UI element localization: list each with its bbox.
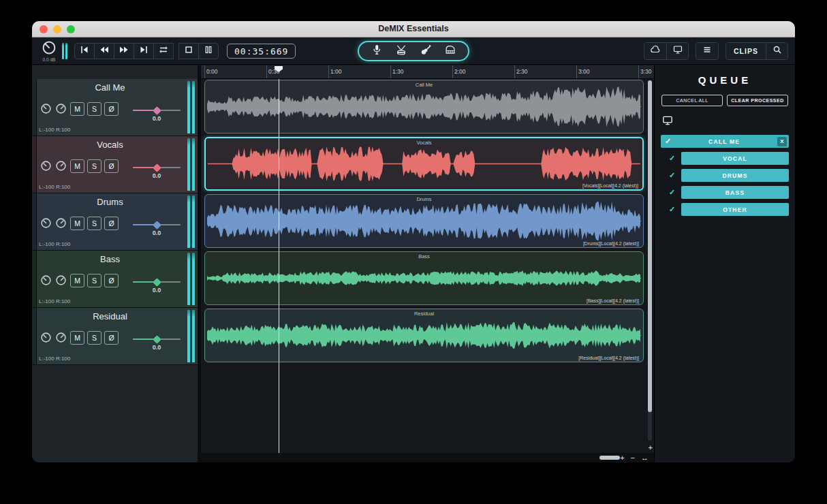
phase-invert-button[interactable]: Ø <box>104 331 119 345</box>
pan-knob[interactable] <box>55 332 67 343</box>
vertical-scrollbar-thumb[interactable] <box>648 80 652 412</box>
volume-slider-thumb[interactable] <box>153 106 161 115</box>
track-header-call-me[interactable]: Call MeMSØ0.0L:-100 R:100 <box>32 79 198 136</box>
queue-item-other: ✓OTHER <box>661 203 789 216</box>
volume-slider[interactable] <box>133 336 181 343</box>
solo-button[interactable]: S <box>87 217 102 230</box>
volume-slider-thumb[interactable] <box>153 163 161 172</box>
queue-item-vocal: ✓VOCAL <box>661 152 789 165</box>
queue-item-call-me[interactable]: ✓CALL MEX <box>661 135 789 148</box>
volume-slider[interactable] <box>133 279 181 285</box>
gain-knob[interactable] <box>40 160 52 172</box>
volume-slider[interactable] <box>133 221 181 228</box>
solo-button[interactable]: S <box>87 274 102 287</box>
phase-invert-button[interactable]: Ø <box>104 159 119 173</box>
gain-knob[interactable] <box>40 274 52 286</box>
pan-range-label: L:-100 R:100 <box>39 127 70 133</box>
search-button[interactable] <box>766 43 787 59</box>
clip-vocals[interactable]: Vocals[Vocals][Local][4.2 (latest)] <box>204 137 644 191</box>
mute-button[interactable]: M <box>70 159 84 173</box>
gain-knob[interactable] <box>40 217 52 229</box>
guitar-stem-button[interactable] <box>416 43 436 59</box>
clip-drums[interactable]: Drums[Drums][Local][4.2 (latest)] <box>204 194 644 248</box>
rewind-button[interactable] <box>94 43 114 59</box>
track-header-residual[interactable]: ResidualMSØ0.0L:-100 R:100 <box>32 308 198 365</box>
zoom-out-button[interactable]: − <box>631 454 635 462</box>
playhead-line[interactable] <box>279 79 279 453</box>
pan-knob[interactable] <box>55 103 67 114</box>
loop-button[interactable] <box>153 43 174 59</box>
pan-knob[interactable] <box>55 274 67 286</box>
track-header-vocals[interactable]: VocalsMSØ0.0L:-100 R:100 <box>32 136 198 193</box>
clip-call-me[interactable]: Call Me <box>204 80 644 133</box>
queue-item-button[interactable]: OTHER <box>681 203 789 216</box>
ruler-tick-label: 2:00 <box>454 68 466 75</box>
display-button[interactable] <box>666 43 688 59</box>
pan-range-label: L:-100 R:100 <box>39 298 70 304</box>
volume-slider[interactable] <box>133 107 181 114</box>
gain-knob[interactable] <box>40 332 52 343</box>
vertical-scrollbar[interactable] <box>648 80 652 441</box>
phase-invert-button[interactable]: Ø <box>104 274 119 287</box>
solo-button[interactable]: S <box>87 102 102 116</box>
volume-slider-thumb[interactable] <box>153 278 161 287</box>
fast-forward-button[interactable] <box>114 43 134 59</box>
check-icon: ✓ <box>665 137 671 146</box>
level-meter <box>187 195 195 248</box>
titlebar: DeMIX Essentials <box>32 21 795 37</box>
pan-knob[interactable] <box>55 160 67 172</box>
horizontal-scrollbar-thumb[interactable] <box>599 456 620 460</box>
solo-button[interactable]: S <box>87 331 102 345</box>
volume-value: 0.0 <box>133 115 181 122</box>
clip-residual[interactable]: Residual[Residual][Local][4.2 (latest)] <box>204 309 644 362</box>
waveform <box>206 310 642 361</box>
master-volume-knob[interactable] <box>42 40 57 58</box>
skip-start-button[interactable] <box>74 43 95 59</box>
clear-processed-button[interactable]: CLEAR PROCESSED <box>727 95 788 106</box>
queue-item-button[interactable]: DRUMS <box>681 169 789 182</box>
horizontal-scrollbar[interactable]: + − ↔ <box>201 453 654 462</box>
track-header-bass[interactable]: BassMSØ0.0L:-100 R:100 <box>32 251 198 308</box>
menu-button[interactable] <box>696 43 718 59</box>
clip-bass[interactable]: Bass[Bass][Local][4.2 (latest)] <box>204 251 644 305</box>
volume-slider-thumb[interactable] <box>153 221 161 230</box>
pan-range-label: L:-100 R:100 <box>39 356 70 362</box>
gain-knob[interactable] <box>40 103 52 114</box>
mute-button[interactable]: M <box>70 217 84 230</box>
piano-stem-button[interactable] <box>440 43 461 59</box>
zoom-fit-button[interactable]: ↔ <box>641 454 649 462</box>
playhead-marker[interactable] <box>275 66 283 72</box>
queue-item-button[interactable]: BASS <box>681 186 789 199</box>
pause-button[interactable] <box>198 43 219 59</box>
waveform <box>206 253 642 304</box>
microphone-stem-button[interactable] <box>366 43 387 59</box>
queue-item-button[interactable]: VOCAL <box>681 152 789 165</box>
cloud-button[interactable] <box>644 43 666 59</box>
remove-queue-item-button[interactable]: X <box>777 137 787 146</box>
phase-invert-button[interactable]: Ø <box>104 102 119 116</box>
vertical-zoom-in-button[interactable]: + <box>649 444 653 452</box>
volume-slider-thumb[interactable] <box>153 335 161 344</box>
clips-button[interactable]: CLIPS <box>726 43 766 59</box>
drums-stem-button[interactable] <box>391 43 411 59</box>
mute-button[interactable]: M <box>70 331 84 345</box>
solo-button[interactable]: S <box>87 159 102 173</box>
queue-actions: CANCEL ALL CLEAR PROCESSED <box>661 95 788 106</box>
piano-icon <box>444 44 456 59</box>
phase-invert-button[interactable]: Ø <box>104 217 119 230</box>
skip-end-button[interactable] <box>134 43 154 59</box>
pan-knob[interactable] <box>55 217 67 229</box>
cancel-all-button[interactable]: CANCEL ALL <box>661 95 723 106</box>
mute-button[interactable]: M <box>70 274 84 287</box>
waveform <box>206 195 642 247</box>
mute-button[interactable]: M <box>70 102 84 116</box>
track-header-drums[interactable]: DrumsMSØ0.0L:-100 R:100 <box>32 193 198 251</box>
volume-slider[interactable] <box>133 164 181 171</box>
zoom-controls: + − ↔ <box>620 453 649 462</box>
zoom-in-button[interactable]: + <box>620 454 624 462</box>
local-machine-icon <box>661 114 795 129</box>
track-headers: Call MeMSØ0.0L:-100 R:100VocalsMSØ0.0L:-… <box>32 65 201 462</box>
stop-button[interactable] <box>178 43 199 59</box>
time-display: 00:35:669 <box>227 44 296 59</box>
timeline-ruler[interactable]: 0:000:301:001:302:002:303:003:30 <box>201 65 654 79</box>
